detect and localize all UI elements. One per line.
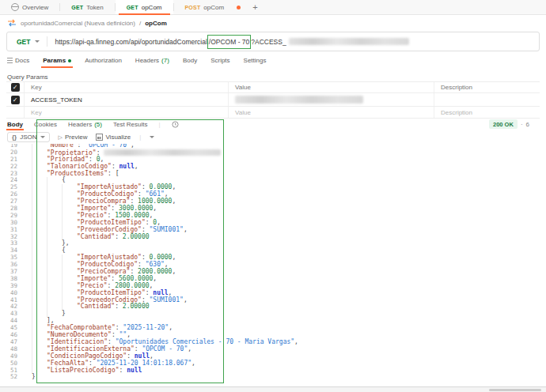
code-token: 0.0000: [150, 254, 173, 261]
tab-label: Params: [43, 57, 66, 64]
meta-dot: ·: [521, 121, 523, 128]
indent-guide: [47, 276, 62, 283]
code-token: "OPCOM - 70": [142, 345, 188, 352]
code-token: :: [138, 261, 146, 268]
network-info-icon[interactable]: [172, 121, 179, 128]
tab-get-opcom-active[interactable]: GET opCom: [116, 0, 173, 14]
tab-params[interactable]: Params: [43, 53, 71, 68]
row-checkbox-cell: [6, 107, 24, 118]
code-token: null: [153, 289, 168, 296]
response-tab-test-results[interactable]: Test Results: [113, 118, 148, 130]
tab-body[interactable]: Body: [183, 53, 197, 68]
code-token: ,: [191, 360, 195, 367]
request-icon: [7, 19, 17, 27]
code-token: "ProductoCodigo": [77, 190, 138, 198]
indent-guide: [32, 227, 47, 234]
indent-guide: [47, 205, 62, 213]
code-line: 32"Cantidad": 2.00000: [0, 234, 546, 241]
indent-guide: [62, 276, 77, 283]
code-token: "ImporteAjustado": [77, 254, 142, 261]
description-input-placeholder[interactable]: Description: [434, 107, 540, 118]
code-line: 52}: [0, 374, 546, 381]
indent-guide: [32, 311, 47, 318]
value-input-placeholder[interactable]: Value: [228, 107, 434, 118]
code-token: 5600.0000: [119, 275, 153, 282]
key-input-placeholder[interactable]: Key: [24, 107, 228, 118]
response-body-json[interactable]: 19"Nombre": "OPCOM - 70",20"Propietario"…: [0, 144, 546, 386]
line-number: 52: [0, 374, 24, 381]
code-line: 43}: [0, 311, 546, 318]
code-line: 42"Cantidad": 2.00000: [0, 303, 546, 311]
tab-overview[interactable]: Overview: [0, 0, 59, 14]
url-bar: GET https://api-qa.finneg.com/api/oportu…: [6, 32, 540, 51]
tab-get-token[interactable]: GET Token: [60, 0, 114, 14]
code-token: "Cantidad": [77, 233, 115, 240]
blurred-access-token: [289, 38, 409, 45]
code-token: "ListaPrecioCodigo": [47, 367, 119, 374]
response-tab-headers[interactable]: Headers (5): [68, 118, 102, 130]
indent-guide: [47, 247, 62, 254]
code-token: ,: [153, 205, 157, 212]
row-checkbox-cell: [6, 93, 24, 106]
code-token: 2000.0000: [138, 268, 172, 275]
tab-headers[interactable]: Headers (7): [135, 53, 169, 68]
indent-guide: [32, 191, 47, 198]
tab-post-opcom[interactable]: POST opCom: [174, 0, 236, 14]
code-token: }: [32, 373, 36, 380]
visualize-button[interactable]: Visualize: [96, 134, 131, 141]
code-token: 1500.0000: [115, 212, 149, 219]
code-token: :: [142, 296, 150, 303]
bottom-bar: [0, 386, 546, 392]
horizontal-scrollbar[interactable]: [489, 389, 541, 391]
tab-settings[interactable]: Settings: [244, 53, 267, 68]
code-token: "2025-11-20": [123, 324, 169, 331]
preview-button[interactable]: ▷ Preview: [59, 134, 88, 141]
param-checkbox[interactable]: [11, 96, 20, 104]
response-tab-body[interactable]: Body: [7, 118, 23, 130]
tab-label: Settings: [244, 57, 267, 64]
breadcrumb-separator: /: [139, 20, 141, 27]
tab-label: Overview: [22, 4, 48, 11]
code-token: ,: [150, 212, 154, 219]
tab-docs[interactable]: Docs: [7, 53, 29, 68]
code-lines: 19"Nombre": "OPCOM - 70",20"Propietario"…: [0, 144, 546, 381]
indent-guide: [47, 191, 62, 198]
code-token: 3000.0000: [119, 205, 153, 212]
code-token: "661": [146, 190, 165, 198]
status-badge[interactable]: 200 OK: [489, 119, 518, 129]
code-token: "CondicionPagoCodigo": [47, 352, 127, 360]
tab-authorization[interactable]: Authorization: [85, 53, 122, 68]
tab-label: Docs: [15, 57, 29, 64]
param-key-field[interactable]: ACCESS_TOKEN: [24, 93, 228, 106]
postman-window: Overview GET Token GET opCom POST opCom …: [0, 0, 546, 392]
param-description-field[interactable]: [434, 93, 540, 106]
indent-guide: [62, 227, 77, 234]
new-tab-button[interactable]: +: [246, 3, 264, 12]
code-token: "FechaAlta": [47, 360, 89, 367]
code-token: 2.00000: [123, 233, 150, 240]
url-row: GET https://api-qa.finneg.com/api/oportu…: [6, 32, 540, 50]
code-token: ,: [165, 261, 169, 268]
url-input[interactable]: https://api-qa.finneg.com/api/oportunida…: [55, 35, 408, 49]
indent-guide: [47, 234, 62, 241]
tab-scripts[interactable]: Scripts: [210, 53, 229, 68]
param-value-field[interactable]: [228, 93, 434, 106]
code-token: null: [119, 163, 135, 170]
response-headers-count: (5): [94, 121, 102, 128]
indent-guide: [47, 254, 62, 262]
tab-label: opCom: [142, 4, 162, 11]
method-dropdown[interactable]: GET: [7, 38, 47, 46]
breadcrumb-collection[interactable]: oportunidadComercial (Nueva definición): [21, 20, 135, 27]
table-placeholder-row: Key Value Description: [6, 107, 540, 119]
indent-guide: [32, 184, 47, 191]
select-all-checkbox[interactable]: [11, 83, 20, 92]
chevron-down-icon: [35, 40, 40, 43]
response-tab-cookies[interactable]: Cookies: [34, 118, 57, 130]
collapse-chevron-icon[interactable]: [150, 136, 154, 138]
body-format-dropdown[interactable]: {} JSON: [7, 132, 50, 142]
response-time: 6: [526, 121, 529, 128]
indent-guide: [32, 164, 47, 171]
code-token: :: [108, 338, 116, 345]
code-token: 2.00000: [123, 303, 150, 310]
column-header-key: Key: [24, 82, 228, 92]
